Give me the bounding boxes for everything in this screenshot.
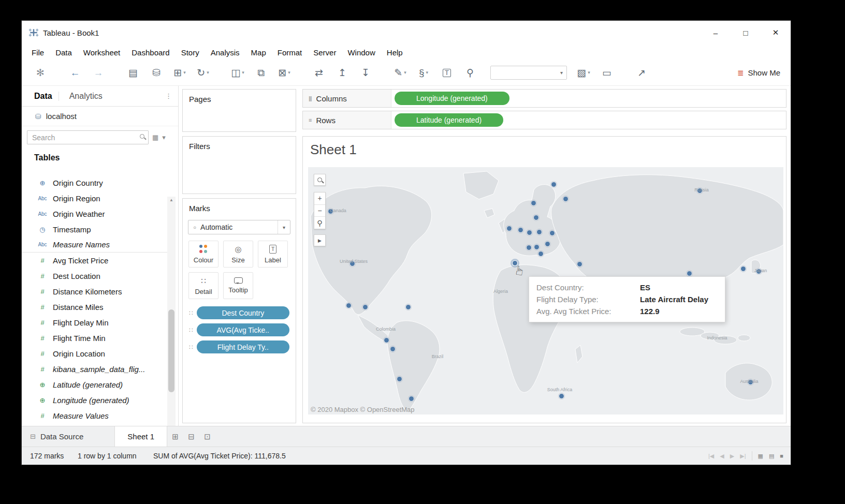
- fix-map-icon[interactable]: ⚲: [463, 68, 477, 78]
- field-distance-kilometers[interactable]: #Distance Kilometers: [22, 284, 168, 299]
- field-measure-names[interactable]: AbcMeasure Names: [22, 237, 168, 253]
- field-flight-time-min[interactable]: #Flight Time Min: [22, 330, 168, 346]
- field-measure-values[interactable]: #Measure Values: [22, 408, 168, 423]
- new-chart-icon[interactable]: ◫▾: [230, 68, 245, 78]
- duplicate-sheet-icon[interactable]: ⧉: [254, 68, 268, 78]
- sort-descending-icon[interactable]: ↧: [358, 68, 373, 78]
- map-mark[interactable]: [527, 245, 531, 250]
- menu-item-worksheet[interactable]: Worksheet: [78, 48, 126, 57]
- map-mark[interactable]: [406, 305, 411, 309]
- map-mark[interactable]: [518, 228, 523, 232]
- menu-item-analysis[interactable]: Analysis: [205, 48, 245, 57]
- zoom-out-button[interactable]: −: [314, 204, 325, 217]
- filmstrip-view-icon[interactable]: ▤: [769, 453, 774, 459]
- highlight-icon[interactable]: ✎▾: [393, 68, 407, 78]
- field-latitude-generated[interactable]: ⊕Latitude (generated): [22, 377, 168, 392]
- map-mark-hovered[interactable]: [513, 261, 517, 265]
- fields-scrollbar[interactable]: ▲ ▼: [167, 197, 176, 440]
- field-avg-ticket-price[interactable]: #Avg Ticket Price: [22, 253, 168, 268]
- map-controls-expand-button[interactable]: ▶: [314, 234, 326, 246]
- new-worksheet-button[interactable]: ⊞: [167, 432, 183, 441]
- sort-ascending-icon[interactable]: ↥: [335, 68, 349, 78]
- search-options-caret-icon[interactable]: ▾: [162, 134, 166, 141]
- field-timestamp[interactable]: ◷Timestamp: [22, 221, 168, 237]
- zoom-in-button[interactable]: +: [314, 192, 325, 204]
- map-mark[interactable]: [545, 242, 550, 246]
- map-mark[interactable]: [563, 197, 568, 201]
- new-story-button[interactable]: ⊡: [199, 432, 215, 441]
- tab-sheet1-active[interactable]: Sheet 1: [114, 426, 167, 447]
- scroll-up-icon[interactable]: ▲: [167, 197, 176, 204]
- tab-data[interactable]: Data: [22, 92, 59, 101]
- map-mark[interactable]: [534, 245, 539, 249]
- field-longitude-generated[interactable]: ⊕Longitude (generated): [22, 392, 168, 408]
- mark-labels-icon[interactable]: T: [440, 69, 454, 77]
- search-input[interactable]: [27, 130, 149, 144]
- menu-item-server[interactable]: Server: [308, 48, 342, 57]
- map-mark[interactable]: [409, 396, 414, 401]
- new-data-source-icon[interactable]: ⛁: [149, 68, 164, 78]
- sheet-sorter-view-icon[interactable]: ■: [780, 453, 783, 459]
- new-dashboard-button[interactable]: ⊟: [183, 432, 199, 441]
- map-mark[interactable]: [577, 262, 582, 266]
- connection-row[interactable]: ⛁ localhost: [22, 107, 178, 126]
- format-icon[interactable]: §▾: [416, 68, 431, 78]
- save-icon[interactable]: ▤: [126, 68, 140, 78]
- marks-pill[interactable]: AVG(Avg Ticke..: [197, 323, 289, 336]
- map-mark[interactable]: [390, 347, 395, 351]
- rows-pill[interactable]: Latitude (generated): [395, 113, 503, 127]
- map-mark[interactable]: [537, 230, 542, 234]
- undo-icon[interactable]: ←: [68, 68, 82, 78]
- jump-last-icon[interactable]: ▶|: [740, 453, 746, 459]
- maximize-button[interactable]: □: [731, 21, 761, 45]
- pages-card[interactable]: Pages: [182, 89, 296, 132]
- map-mark[interactable]: [550, 231, 555, 235]
- view-as-grid-icon[interactable]: ▦: [152, 134, 158, 141]
- menu-item-story[interactable]: Story: [176, 48, 205, 57]
- field-origin-country[interactable]: ⊕Origin Country: [22, 175, 168, 190]
- next-sheet-icon[interactable]: ▶: [730, 453, 734, 459]
- presentation-mode-icon[interactable]: ▭: [600, 68, 614, 78]
- map-mark[interactable]: [346, 303, 351, 308]
- map-mark[interactable]: [531, 201, 536, 205]
- mark-type-selector[interactable]: ○ Automatic ▾: [188, 220, 290, 234]
- app-logo-icon[interactable]: ✻: [33, 68, 48, 78]
- map-mark[interactable]: [534, 215, 538, 220]
- tab-data-source[interactable]: ⊟ Data Source: [22, 426, 114, 447]
- map-mark[interactable]: [551, 182, 556, 187]
- menu-item-format[interactable]: Format: [272, 48, 308, 57]
- field-flight-delay-min[interactable]: #Flight Delay Min: [22, 315, 168, 330]
- scrollbar-thumb[interactable]: [168, 309, 174, 392]
- field-distance-miles[interactable]: #Distance Miles: [22, 299, 168, 315]
- sheet-tabs-view-icon[interactable]: ▦: [758, 453, 763, 459]
- marks-pill[interactable]: Flight Delay Ty..: [197, 340, 289, 353]
- pane-options-icon[interactable]: ⋮: [165, 92, 178, 100]
- swap-axes-icon[interactable]: ⇄: [312, 68, 326, 78]
- menu-item-window[interactable]: Window: [342, 48, 381, 57]
- map-mark[interactable]: [559, 394, 564, 398]
- map-mark[interactable]: [507, 226, 512, 231]
- field-origin-location[interactable]: #Origin Location: [22, 346, 168, 361]
- show-me-button[interactable]: ≣ Show Me: [737, 68, 780, 78]
- prev-sheet-icon[interactable]: ◀: [720, 453, 724, 459]
- field-kibana-sample-data-flig[interactable]: #kibana_sample_data_flig...: [22, 361, 168, 377]
- jump-first-icon[interactable]: |◀: [708, 453, 714, 459]
- marks-pill[interactable]: Dest Country: [197, 306, 289, 319]
- fit-select[interactable]: ▾: [490, 66, 567, 80]
- map-mark[interactable]: [363, 305, 368, 309]
- clear-sheet-icon[interactable]: ⊠▾: [277, 68, 292, 78]
- refresh-data-icon[interactable]: ↻▾: [196, 68, 210, 78]
- menu-item-file[interactable]: File: [26, 48, 50, 57]
- tooltip-button[interactable]: Tooltip: [223, 272, 253, 299]
- map-mark[interactable]: [527, 230, 532, 235]
- menu-item-dashboard[interactable]: Dashboard: [126, 48, 175, 57]
- rows-shelf[interactable]: ≡ Rows Latitude (generated): [302, 111, 786, 129]
- size-button[interactable]: ◎Size: [223, 241, 253, 268]
- share-icon[interactable]: ↗: [634, 68, 649, 78]
- show-hide-cards-icon[interactable]: ▧▾: [576, 68, 591, 78]
- columns-pill[interactable]: Longitude (generated): [395, 92, 509, 105]
- map-mark[interactable]: [538, 251, 543, 256]
- menu-item-map[interactable]: Map: [245, 48, 272, 57]
- menu-item-help[interactable]: Help: [381, 48, 409, 57]
- new-worksheet-icon[interactable]: ⊞▾: [172, 68, 187, 78]
